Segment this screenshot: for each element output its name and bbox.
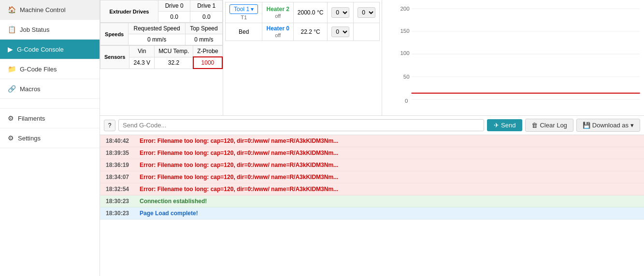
drive1-header: Drive 1: [190, 0, 223, 12]
log-time: 18:39:35: [106, 150, 140, 156]
log-message: Error: Filename too long: cap=120, dir=0…: [140, 138, 638, 144]
heater2-select1-cell[interactable]: 012: [328, 2, 354, 23]
download-icon: 💾: [583, 122, 590, 129]
sidebar-item-label: Job Status: [20, 26, 49, 33]
send-button[interactable]: ✈ Send: [487, 119, 522, 131]
home-icon: 🏠: [8, 6, 16, 14]
help-button[interactable]: ?: [104, 120, 115, 131]
heater0-empty: [354, 23, 380, 41]
log-time: 18:30:23: [106, 198, 140, 205]
sidebar-item-label: Machine Control: [20, 6, 66, 14]
heater2-label: Heater 2: [266, 6, 289, 13]
bed-label: Bed: [239, 28, 249, 35]
chart-y50: 50: [403, 74, 410, 80]
log-message: Error: Filename too long: cap=120, dir=0…: [140, 162, 638, 168]
send-label: Send: [501, 122, 515, 129]
trash-icon: 🗑: [531, 122, 538, 129]
files-icon: 📁: [8, 65, 16, 73]
heater2-temp-cell: 2000.0 °C: [293, 2, 328, 23]
mcu-temp-value: 32.2: [155, 57, 193, 69]
sidebar: 🏠 Machine Control 📋 Job Status ▶ G-Code …: [0, 0, 100, 276]
vin-value: 24.3 V: [129, 57, 155, 69]
heater0-label-cell: Heater 0 off: [262, 23, 293, 41]
log-message: Error: Filename too long: cap=120, dir=0…: [140, 186, 638, 193]
sensors-header: Sensors: [100, 46, 129, 69]
drive0-value: 0.0: [158, 12, 190, 23]
sidebar-item-macros[interactable]: 🔗 Macros: [0, 79, 100, 99]
log-message: Connection established!: [140, 198, 638, 205]
heater0-select-cell[interactable]: 012: [328, 23, 354, 41]
log-entry: 18:30:23Page Load complete!: [100, 207, 644, 220]
console-icon: ▶: [8, 45, 13, 53]
sensors-table: Sensors Vin MCU Temp. Z-Probe 24.3 V 32.…: [100, 45, 223, 69]
sidebar-item-machine-control[interactable]: 🏠 Machine Control: [0, 0, 100, 20]
speeds-table: Speeds Requested Speed Top Speed 0 mm/s …: [100, 23, 223, 45]
log-message: Error: Filename too long: cap=120, dir=0…: [140, 174, 638, 180]
heater0-temp-cell: 22.2 °C: [293, 23, 328, 41]
gcode-input[interactable]: [118, 119, 484, 131]
drives-table: Extruder Drives Drive 0 Drive 1 0.0 0.0: [100, 0, 223, 23]
heater-area: Tool 1 ▾ T1 Heater 2 off 2000.0 °C 012: [223, 0, 382, 115]
chart-y100: 100: [401, 50, 410, 56]
log-time: 18:34:07: [106, 174, 140, 180]
sidebar-item-job-status[interactable]: 📋 Job Status: [0, 20, 100, 40]
heater0-temp: 22.2 °C: [301, 28, 320, 35]
macros-icon: 🔗: [8, 85, 16, 93]
sidebar-item-filaments[interactable]: ⚙ Filaments: [0, 109, 100, 128]
log-entry: 18:34:07Error: Filename too long: cap=12…: [100, 171, 644, 183]
heater2-label-cell: Heater 2 off: [262, 2, 293, 23]
top-panel: Extruder Drives Drive 0 Drive 1 0.0 0.0 …: [100, 0, 644, 116]
sidebar-item-settings[interactable]: ⚙ Settings: [0, 128, 100, 148]
heater2-select1[interactable]: 012: [331, 7, 349, 18]
log-time: 18:40:42: [106, 138, 140, 144]
drives-header: Extruder Drives: [100, 0, 158, 23]
clear-log-button[interactable]: 🗑 Clear Log: [525, 119, 573, 132]
log-entry: 18:40:42Error: Filename too long: cap=12…: [100, 135, 644, 147]
speeds-header: Speeds: [100, 23, 129, 45]
job-icon: 📋: [8, 26, 16, 33]
heater0-status: off: [275, 32, 281, 38]
log-message: Error: Filename too long: cap=120, dir=0…: [140, 150, 638, 156]
heater-table: Tool 1 ▾ T1 Heater 2 off 2000.0 °C 012: [225, 2, 380, 41]
settings-icon: ⚙: [8, 134, 14, 142]
heater0-select[interactable]: 012: [331, 27, 349, 37]
log-time: 18:36:19: [106, 162, 140, 168]
log-time: 18:32:54: [106, 186, 140, 193]
log-entry: 18:32:54Error: Filename too long: cap=12…: [100, 183, 644, 195]
download-label: Download as: [592, 122, 629, 129]
drive1-value: 0.0: [190, 12, 223, 23]
console-area: ? ✈ Send 🗑 Clear Log 💾 Download as ▾ 18:…: [100, 116, 644, 276]
top-speed-value: 0 mm/s: [185, 34, 222, 45]
tool-sub-label: T1: [241, 14, 247, 20]
requested-speed-value: 0 mm/s: [129, 34, 185, 45]
chart-y150: 150: [401, 28, 410, 34]
sidebar-item-label: Filaments: [18, 115, 45, 122]
sidebar-item-label: Settings: [18, 135, 41, 142]
temperature-chart: 200 150 100 50 0: [386, 4, 640, 110]
zprobe-header: Z-Probe: [193, 46, 222, 57]
requested-speed-header: Requested Speed: [129, 23, 185, 34]
sidebar-item-gcode-console[interactable]: ▶ G-Code Console: [0, 40, 100, 59]
sidebar-item-gcode-files[interactable]: 📁 G-Code Files: [0, 59, 100, 79]
clear-label: Clear Log: [540, 122, 567, 129]
sidebar-item-label: G-Code Files: [20, 66, 57, 73]
download-button[interactable]: 💾 Download as ▾: [576, 119, 640, 132]
heater2-temp: 2000.0 °C: [298, 9, 324, 16]
chart-area: 200 150 100 50 0: [382, 0, 644, 115]
mcu-temp-header: MCU Temp.: [155, 46, 193, 57]
log-entry: 18:30:23Connection established!: [100, 195, 644, 207]
console-toolbar: ? ✈ Send 🗑 Clear Log 💾 Download as ▾: [100, 116, 644, 135]
tool-button-cell: Tool 1 ▾ T1: [226, 2, 262, 23]
heater2-select2-cell[interactable]: 012: [354, 2, 380, 23]
send-icon: ✈: [494, 122, 499, 129]
heater0-row: Bed Heater 0 off 22.2 °C 012: [226, 23, 380, 41]
sidebar-item-label: Macros: [20, 85, 41, 93]
info-tables: Extruder Drives Drive 0 Drive 1 0.0 0.0 …: [100, 0, 223, 115]
tool1-button[interactable]: Tool 1 ▾: [229, 4, 258, 14]
vin-header: Vin: [129, 46, 155, 57]
bed-label-cell: Bed: [226, 23, 262, 41]
chart-y200: 200: [401, 6, 410, 12]
heater2-select2[interactable]: 012: [358, 7, 375, 18]
heater2-row: Tool 1 ▾ T1 Heater 2 off 2000.0 °C 012: [226, 2, 380, 23]
log-message: Page Load complete!: [140, 210, 638, 217]
